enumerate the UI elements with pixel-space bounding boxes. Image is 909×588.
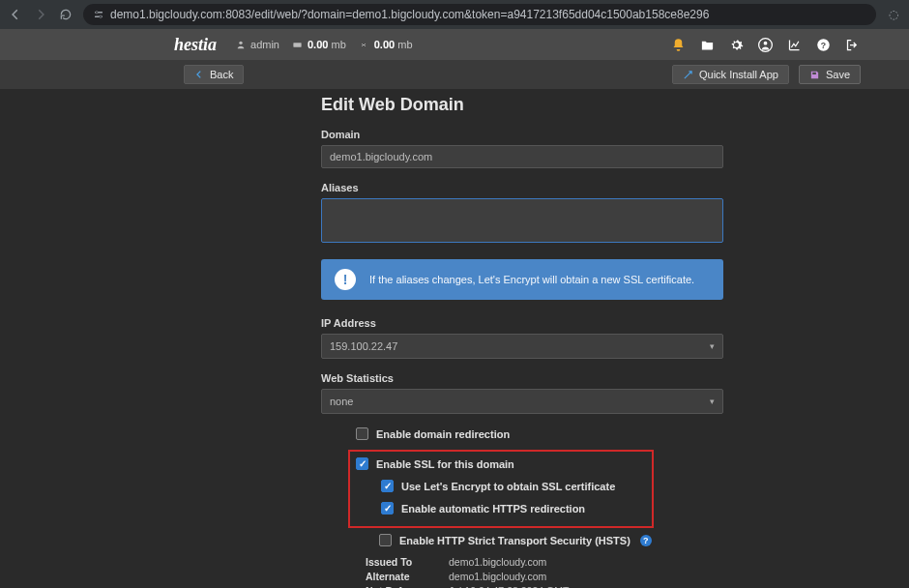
hsts-checkbox[interactable] [379, 534, 392, 546]
svg-text:?: ? [820, 40, 825, 49]
aliases-label: Aliases [321, 182, 735, 193]
logout-icon[interactable] [843, 36, 861, 53]
letsencrypt-label: Use Let's Encrypt to obtain SSL certific… [401, 481, 615, 492]
chevron-down-icon: ▾ [710, 397, 715, 406]
enable-ssl-checkbox[interactable]: ✓ [356, 457, 368, 470]
save-button[interactable]: Save [799, 65, 861, 84]
https-redirect-label: Enable automatic HTTPS redirection [401, 503, 585, 514]
bandwidth-icon [359, 40, 369, 50]
svg-point-3 [100, 15, 103, 18]
user-icon [236, 40, 246, 49]
back-button[interactable]: Back [184, 65, 244, 84]
aliases-input[interactable] [321, 198, 723, 243]
letsencrypt-checkbox[interactable]: ✓ [381, 480, 394, 492]
help-icon[interactable]: ? [814, 36, 832, 53]
chevron-down-icon: ▾ [710, 341, 715, 351]
disk-icon [292, 40, 303, 50]
quick-install-app-button[interactable]: Quick Install App [672, 65, 789, 84]
url-text: demo1.bigcloudy.com:8083/edit/web/?domai… [110, 8, 709, 21]
user-and-usage: admin 0.00 mb 0.00 mb [236, 39, 413, 50]
info-icon: ! [335, 269, 356, 290]
enable-redirect-label: Enable domain redirection [376, 428, 510, 440]
svg-point-4 [239, 42, 242, 44]
stats-icon[interactable] [785, 36, 803, 53]
hsts-label: Enable HTTP Strict Transport Security (H… [399, 535, 630, 546]
main-content: Edit Web Domain Domain Aliases ! If the … [0, 89, 735, 588]
ssl-info-table: Issued Todemo1.bigcloudy.com Alternatede… [366, 556, 735, 588]
browser-extensions-icon[interactable]: ◌ [886, 8, 901, 21]
hestia-logo[interactable]: hestia [174, 35, 217, 55]
domain-input[interactable] [321, 145, 723, 168]
gear-icon[interactable] [727, 36, 745, 53]
ssl-highlight-box: ✓ Enable SSL for this domain ✓ Use Let's… [348, 450, 654, 528]
browser-forward-icon[interactable] [33, 7, 48, 22]
site-info-icon[interactable] [93, 9, 104, 20]
app-topbar: hestia admin 0.00 mb 0.00 mb [0, 29, 909, 60]
svg-point-7 [763, 41, 767, 44]
ssl-row: Issued Todemo1.bigcloudy.com [366, 556, 735, 568]
ip-label: IP Address [321, 317, 735, 329]
svg-point-2 [96, 12, 99, 15]
ssl-row: Alternatedemo1.bigcloudy.com [366, 571, 735, 582]
address-bar[interactable]: demo1.bigcloudy.com:8083/edit/web/?domai… [83, 4, 876, 25]
enable-ssl-label: Enable SSL for this domain [376, 458, 514, 470]
user-name[interactable]: admin [250, 39, 279, 50]
browser-chrome: demo1.bigcloudy.com:8083/edit/web/?domai… [0, 0, 909, 29]
browser-reload-icon[interactable] [58, 7, 73, 22]
browser-back-icon[interactable] [8, 7, 23, 22]
floppy-disk-icon [809, 70, 820, 80]
profile-icon[interactable] [756, 36, 774, 53]
enable-redirect-checkbox[interactable] [356, 427, 368, 440]
notifications-icon[interactable] [669, 36, 687, 53]
hsts-help-icon[interactable]: ? [640, 535, 652, 546]
stats-select[interactable]: none ▾ [321, 389, 723, 414]
info-text: If the aliases changes, Let's Encrypt wi… [369, 274, 694, 285]
ip-select[interactable]: 159.100.22.47 ▾ [321, 334, 723, 359]
https-redirect-checkbox[interactable]: ✓ [381, 502, 394, 514]
magic-wand-icon [683, 70, 693, 80]
info-banner: ! If the aliases changes, Let's Encrypt … [321, 259, 723, 300]
svg-rect-5 [293, 43, 301, 47]
arrow-left-icon [194, 70, 204, 79]
page-title: Edit Web Domain [321, 95, 735, 115]
filemanager-icon[interactable] [698, 36, 716, 53]
domain-label: Domain [321, 129, 735, 140]
stats-label: Web Statistics [321, 372, 735, 384]
action-bar: Back Quick Install App Save [0, 60, 909, 89]
